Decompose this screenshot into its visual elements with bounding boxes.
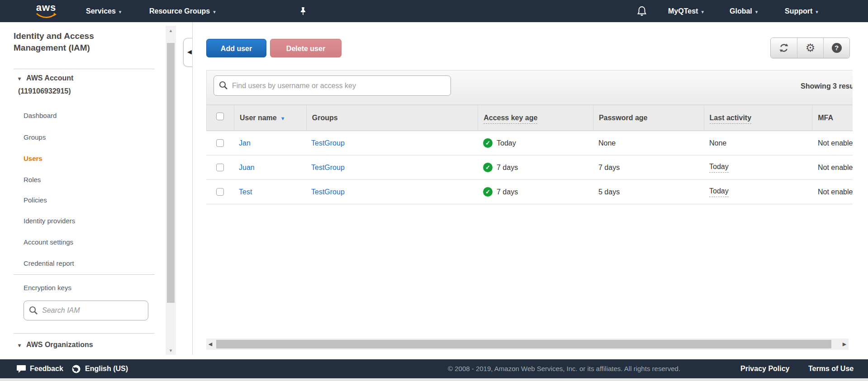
sidebar-item-encryption-keys[interactable]: Encryption keys [24,283,71,292]
feedback-bubble-icon [16,364,26,373]
language-selector[interactable]: English (US) [85,359,128,378]
password-age-value: 5 days [598,188,620,196]
group-link[interactable]: TestGroup [311,188,345,196]
scroll-right-arrow-icon[interactable]: ▶ [840,339,849,350]
sidebar-item-account-settings[interactable]: Account settings [24,238,73,247]
nav-account-menu[interactable]: MyQTest▾ [668,0,704,22]
sidebar-item-identity-providers[interactable]: Identity providers [24,216,75,226]
last-activity-value: None [709,139,726,147]
aws-console-window: aws Services▾ Resource Groups▾ MyQTe [0,0,868,381]
scroll-left-arrow-icon[interactable]: ◀ [206,339,214,350]
last-activity-value: Today [709,162,729,173]
chevron-down-icon: ▾ [816,9,818,14]
bottom-edge [0,378,868,381]
header-password-age-label: Password age [599,114,648,122]
notifications-bell-icon[interactable] [637,6,647,19]
header-mfa: MFA [812,105,853,131]
group-link[interactable]: TestGroup [311,164,345,172]
group-link[interactable]: TestGroup [311,139,345,147]
scroll-down-arrow-icon[interactable]: ▾ [166,346,176,355]
nav-account-label: MyQTest [668,7,698,15]
sidebar-scrollbar[interactable]: ▴ ▾ [166,26,176,355]
top-navbar: aws Services▾ Resource Groups▾ MyQTe [0,0,868,22]
nav-services-menu[interactable]: Services▾ [86,0,121,22]
header-mfa-label: MFA [818,114,833,122]
page-title: Identity and Access Management (IAM) [14,30,140,54]
sidebar-item-credential-report[interactable]: Credential report [24,259,74,268]
header-groups: Groups [306,105,478,131]
sidebar-item-dashboard[interactable]: Dashboard [24,111,57,120]
nav-support-menu[interactable]: Support▾ [785,0,818,22]
header-password-age: Password age [593,105,704,131]
sidebar-item-users[interactable]: Users [24,154,43,163]
aws-logo-text: aws [34,3,58,13]
status-ok-icon: ✓ [483,163,493,172]
horizontal-scrollbar[interactable]: ◀ ▶ [206,339,849,350]
nav-services-label: Services [86,7,116,15]
row-checkbox[interactable] [216,188,224,196]
chevron-down-icon: ▾ [18,342,21,348]
aws-logo[interactable]: aws [34,3,58,19]
nav-resource-groups-label: Resource Groups [149,7,210,15]
sidebar-aws-account-section[interactable]: ▾AWS Account (119106932915) [18,72,154,97]
search-icon [29,306,38,315]
sidebar-scrollbar-thumb[interactable] [167,43,175,303]
status-ok-icon: ✓ [483,187,493,197]
access-key-age-value: 7 days [497,188,518,196]
nav-resource-groups-menu[interactable]: Resource Groups▾ [149,0,216,22]
privacy-policy-link[interactable]: Privacy Policy [740,359,790,378]
refresh-button[interactable] [771,38,797,58]
sidebar-aws-organizations-section[interactable]: ▾AWS Organizations [18,341,93,349]
search-iam-input[interactable] [24,301,148,320]
user-link[interactable]: Jan [239,139,251,147]
horizontal-scrollbar-thumb[interactable] [216,340,831,348]
users-table-header: User name▼ Groups Access key age Passwor… [206,105,853,131]
filter-bar: Showing 3 results [206,70,853,105]
row-checkbox[interactable] [216,164,224,171]
header-groups-label: Groups [312,114,338,122]
mfa-value: Not enabled [818,164,853,172]
select-all-checkbox[interactable] [216,113,224,120]
table-row: Test TestGroup ✓7 days 5 days Today Not … [206,180,853,204]
chevron-down-icon: ▾ [119,9,122,14]
user-link[interactable]: Test [239,188,252,196]
nav-region-menu[interactable]: Global▾ [730,0,758,22]
row-checkbox[interactable] [216,139,224,147]
add-user-button[interactable]: Add user [206,39,266,57]
table-row: Jan TestGroup ✓Today None None Not enabl… [206,131,853,155]
chevron-down-icon: ▾ [755,9,758,14]
delete-user-button[interactable]: Delete user [270,39,342,57]
users-content-panel: Add user Delete user ⚙ ? [192,22,853,355]
sidebar-item-groups[interactable]: Groups [24,133,46,142]
find-users-input[interactable] [213,75,451,96]
help-button[interactable]: ? [823,38,849,58]
scroll-up-arrow-icon[interactable]: ▴ [166,26,176,35]
last-activity-value: Today [709,187,729,197]
feedback-button[interactable]: Feedback [30,359,63,378]
header-last-activity-label: Last activity [710,113,751,124]
sidebar-item-roles[interactable]: Roles [24,175,41,184]
terms-of-use-link[interactable]: Terms of Use [808,359,854,378]
header-access-key-age: Access key age [478,105,593,131]
pin-icon[interactable] [299,7,307,17]
aws-smile-icon [36,13,57,19]
sidebar-divider [14,274,155,275]
gear-icon: ⚙ [806,42,816,53]
status-ok-icon: ✓ [483,138,493,148]
users-table: User name▼ Groups Access key age Passwor… [206,105,853,204]
refresh-icon [778,43,789,53]
header-user-name[interactable]: User name▼ [234,105,306,131]
globe-icon [71,364,81,374]
header-last-activity: Last activity [704,105,812,131]
page-title-line1: Identity and Access [14,31,94,41]
access-key-age-value: Today [497,139,516,147]
settings-button[interactable]: ⚙ [797,38,823,58]
footer-bar: Feedback English (US) © 2008 - 2019, Ama… [0,359,868,378]
results-count: Showing 3 results [801,82,853,90]
user-link[interactable]: Juan [239,164,255,172]
password-age-value: None [598,139,616,147]
sidebar-item-policies[interactable]: Policies [24,196,47,205]
aws-organizations-label: AWS Organizations [26,341,93,348]
help-icon: ? [832,43,842,53]
aws-account-label: AWS Account [26,74,73,82]
